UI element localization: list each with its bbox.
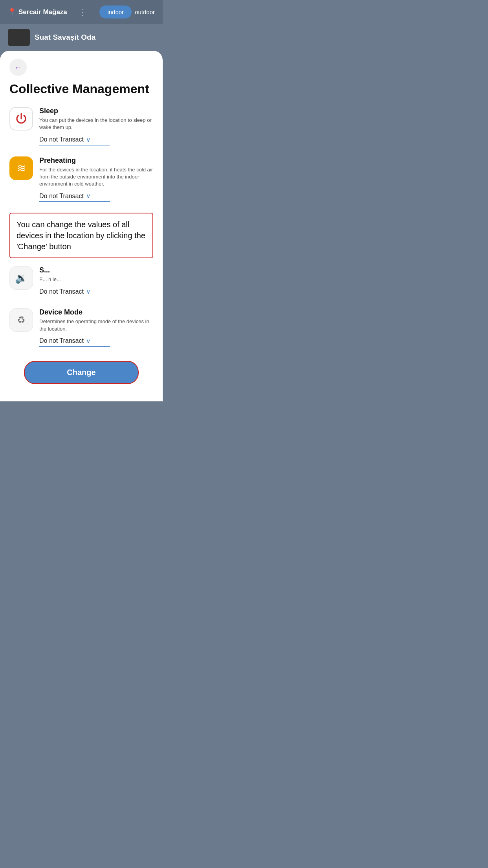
sleep-content: Sleep You can put the devices in the loc…: [39, 107, 153, 145]
sound-icon-wrapper: 🔉: [9, 266, 33, 290]
preheating-title: Preheating: [39, 156, 153, 165]
sleep-section: Sleep You can put the devices in the loc…: [9, 107, 153, 145]
sleep-dropdown-label: Do not Transact: [39, 136, 84, 143]
back-button[interactable]: ←: [9, 59, 27, 76]
back-arrow-icon: ←: [14, 63, 22, 72]
power-icon: [15, 112, 28, 125]
device-mode-dropdown-label: Do not Transact: [39, 337, 84, 344]
sound-dropdown[interactable]: Do not Transact ∨: [39, 288, 110, 297]
device-mode-desc: Determines the operating mode of the dev…: [39, 318, 153, 332]
speaker-icon: 🔉: [15, 272, 28, 284]
recycle-icon: ♻: [17, 314, 26, 326]
change-button[interactable]: Change: [24, 361, 139, 384]
device-mode-dropdown-chevron-icon: ∨: [86, 337, 91, 345]
preheating-desc: For the devices in the location, it heat…: [39, 166, 153, 188]
sound-section: 🔉 S... E... h le... Do not Transact ∨: [9, 266, 153, 297]
tab-outdoor[interactable]: outdoor: [135, 9, 155, 15]
preheating-dropdown-chevron-icon: ∨: [86, 192, 91, 200]
more-options-icon[interactable]: ⋮: [79, 7, 88, 17]
sleep-icon-wrapper: [9, 107, 33, 131]
sound-dropdown-chevron-icon: ∨: [86, 288, 91, 295]
sound-desc: E... h le...: [39, 276, 153, 283]
sound-dropdown-label: Do not Transact: [39, 288, 84, 295]
room-thumbnail: [8, 29, 30, 46]
change-button-wrapper: Change: [9, 358, 153, 389]
preheating-icon-wrapper: ≋: [9, 156, 33, 180]
heat-waves-icon: ≋: [17, 162, 26, 175]
room-title: Suat Savaşit Oda: [35, 33, 95, 42]
header-tabs: indoor outdoor: [99, 6, 155, 18]
preheating-dropdown[interactable]: Do not Transact ∨: [39, 192, 110, 202]
preheating-dropdown-label: Do not Transact: [39, 193, 84, 200]
device-mode-title: Device Mode: [39, 308, 153, 316]
tooltip-box: You can change the values of all devices…: [9, 213, 153, 258]
sleep-title: Sleep: [39, 107, 153, 115]
preheating-section: ≋ Preheating For the devices in the loca…: [9, 156, 153, 202]
device-mode-section: ♻ Device Mode Determines the operating m…: [9, 308, 153, 346]
background-header: 📍 Sercair Mağaza ⋮ indoor outdoor Suat S…: [0, 0, 163, 51]
preheating-content: Preheating For the devices in the locati…: [39, 156, 153, 202]
sleep-desc: You can put the devices in the location …: [39, 117, 153, 131]
device-mode-icon-wrapper: ♻: [9, 308, 33, 332]
sleep-dropdown[interactable]: Do not Transact ∨: [39, 136, 110, 145]
page-title: Collective Management: [9, 82, 153, 96]
sound-content: S... E... h le... Do not Transact ∨: [39, 266, 153, 297]
location-label: 📍 Sercair Mağaza: [8, 8, 67, 16]
device-mode-dropdown[interactable]: Do not Transact ∨: [39, 337, 110, 347]
sleep-dropdown-chevron-icon: ∨: [86, 136, 91, 143]
modal-sheet: ← Collective Management Sleep You can pu…: [0, 51, 163, 401]
tab-indoor[interactable]: indoor: [99, 6, 132, 18]
tooltip-text: You can change the values of all devices…: [17, 219, 146, 252]
sound-title: S...: [39, 266, 153, 274]
device-mode-content: Device Mode Determines the operating mod…: [39, 308, 153, 346]
pin-icon: 📍: [8, 8, 16, 16]
